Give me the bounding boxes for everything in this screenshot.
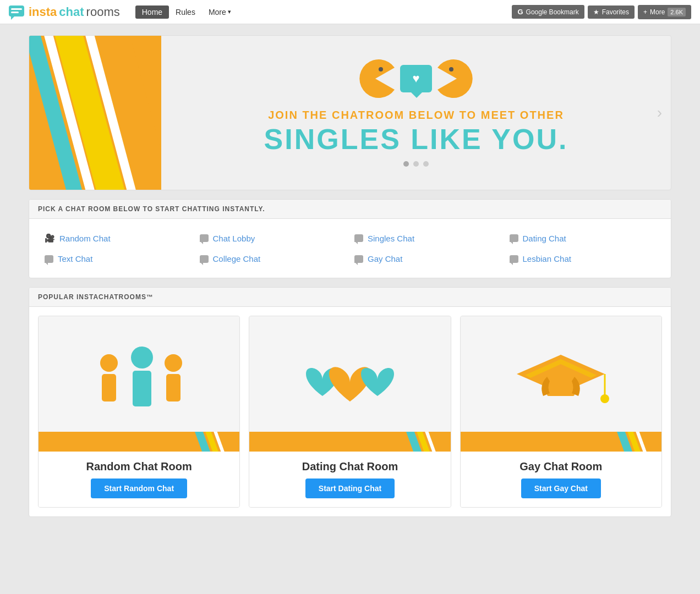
chat-bubble-icon-text bbox=[45, 255, 53, 263]
gay-illustration bbox=[506, 338, 616, 421]
nav-home[interactable]: Home bbox=[135, 6, 169, 19]
svg-point-5 bbox=[449, 67, 453, 72]
svg-rect-0 bbox=[9, 6, 24, 16]
banner-dot-3[interactable] bbox=[423, 161, 429, 167]
navbar-left: instachatrooms Home Rules More bbox=[9, 4, 238, 20]
nav-more[interactable]: More bbox=[202, 6, 238, 19]
card-dating: Dating Chat Room Start Dating Chat bbox=[249, 316, 451, 508]
chat-link-lobby[interactable]: Chat Lobby bbox=[213, 234, 255, 243]
banner-content: ♥ JOIN THE CHATROOM BELOW TO MEET OTHER … bbox=[161, 43, 671, 183]
favorites-label: Favorites bbox=[602, 8, 629, 16]
speech-bubble: ♥ bbox=[400, 65, 431, 92]
svg-rect-11 bbox=[166, 374, 181, 402]
card-random-title: Random Chat Room bbox=[47, 460, 231, 473]
svg-rect-9 bbox=[133, 371, 151, 406]
chat-item-random[interactable]: 🎥 Random Chat bbox=[40, 228, 195, 249]
svg-point-8 bbox=[131, 346, 153, 369]
chat-bubble-icon-gay bbox=[354, 255, 363, 263]
chat-item-gay[interactable]: Gay Chat bbox=[350, 249, 505, 269]
chat-bubble-icon-lesbian bbox=[510, 255, 518, 263]
google-bookmark-label: Google Bookmark bbox=[526, 8, 579, 16]
favorites-button[interactable]: ★ Favorites bbox=[588, 6, 635, 19]
nav-links: Home Rules More bbox=[135, 6, 238, 19]
chatrooms-grid: 🎥 Random Chat Chat Lobby Singles Chat Da… bbox=[29, 219, 671, 278]
more-count: 2.6K bbox=[668, 8, 686, 16]
star-icon: ★ bbox=[593, 8, 599, 16]
more-button[interactable]: + More 2.6K bbox=[638, 5, 691, 19]
chat-bubble-icon-singles bbox=[354, 234, 363, 242]
chatrooms-section: PICK A CHAT ROOM BELOW TO START CHATTING… bbox=[29, 199, 671, 278]
google-icon: G bbox=[517, 8, 523, 16]
navbar: instachatrooms Home Rules More G Google … bbox=[0, 0, 700, 24]
start-random-chat-button[interactable]: Start Random Chat bbox=[91, 479, 187, 498]
chat-item-lobby[interactable]: Chat Lobby bbox=[195, 228, 351, 249]
card-dating-bar bbox=[249, 432, 450, 452]
svg-point-10 bbox=[165, 354, 182, 372]
banner: ♥ JOIN THE CHATROOM BELOW TO MEET OTHER … bbox=[29, 35, 671, 190]
heart-icon: ♥ bbox=[412, 72, 419, 86]
video-icon: 🎥 bbox=[45, 233, 55, 243]
card-gay-bottom: Gay Chat Room Start Gay Chat bbox=[461, 452, 661, 507]
chat-link-dating[interactable]: Dating Chat bbox=[523, 234, 566, 243]
logo-insta: insta bbox=[29, 5, 57, 19]
banner-subtitle: JOIN THE CHATROOM BELOW TO MEET OTHER bbox=[268, 109, 564, 122]
svg-point-4 bbox=[379, 67, 383, 72]
more-btn-label: More bbox=[650, 8, 665, 16]
card-dating-bottom: Dating Chat Room Start Dating Chat bbox=[249, 452, 450, 507]
svg-marker-1 bbox=[11, 16, 14, 20]
card-random-bar bbox=[39, 432, 239, 452]
chat-item-dating[interactable]: Dating Chat bbox=[505, 228, 660, 249]
chat-link-text[interactable]: Text Chat bbox=[58, 254, 92, 263]
card-gay-title: Gay Chat Room bbox=[469, 460, 653, 473]
pacman-right-icon bbox=[438, 59, 476, 98]
logo[interactable]: instachatrooms bbox=[9, 4, 120, 20]
chat-link-college[interactable]: College Chat bbox=[213, 254, 261, 263]
dating-illustration bbox=[295, 338, 405, 421]
plus-icon: + bbox=[643, 8, 647, 16]
chat-link-singles[interactable]: Singles Chat bbox=[368, 234, 414, 243]
chat-link-gay[interactable]: Gay Chat bbox=[368, 254, 402, 263]
chat-link-random[interactable]: Random Chat bbox=[59, 234, 111, 243]
banner-dot-2[interactable] bbox=[413, 161, 419, 167]
nav-rules[interactable]: Rules bbox=[169, 6, 202, 19]
chat-link-lesbian[interactable]: Lesbian Chat bbox=[523, 254, 571, 263]
chat-bubble-icon-dating bbox=[510, 234, 518, 242]
banner-stripes bbox=[29, 36, 161, 190]
banner-next-arrow[interactable]: › bbox=[657, 104, 662, 122]
svg-point-15 bbox=[600, 394, 609, 403]
svg-rect-7 bbox=[102, 374, 116, 402]
popular-grid: Random Chat Room Start Random Chat bbox=[29, 307, 671, 516]
banner-dot-1[interactable] bbox=[403, 161, 409, 167]
svg-rect-2 bbox=[11, 8, 22, 10]
chat-item-lesbian[interactable]: Lesbian Chat bbox=[505, 249, 660, 269]
popular-section: POPULAR INSTACHATROOMS™ bbox=[29, 287, 671, 517]
card-random-top bbox=[39, 316, 239, 432]
svg-point-6 bbox=[100, 354, 118, 372]
chat-item-text[interactable]: Text Chat bbox=[40, 249, 195, 269]
card-gay: Gay Chat Room Start Gay Chat bbox=[460, 316, 662, 508]
card-random-bottom: Random Chat Room Start Random Chat bbox=[39, 452, 239, 507]
card-gay-bar bbox=[461, 432, 661, 452]
card-random: Random Chat Room Start Random Chat bbox=[38, 316, 240, 508]
navbar-right: G Google Bookmark ★ Favorites + More 2.6… bbox=[512, 5, 691, 19]
banner-illustration: ♥ bbox=[356, 59, 475, 98]
chat-bubble-icon-college bbox=[200, 255, 209, 263]
card-gay-top bbox=[461, 316, 661, 432]
svg-rect-13 bbox=[547, 374, 575, 396]
banner-title: SINGLES LIKE YOU. bbox=[264, 125, 568, 153]
svg-rect-3 bbox=[11, 12, 19, 13]
banner-dots bbox=[403, 161, 429, 167]
pacman-left-icon bbox=[356, 59, 395, 98]
main-content: ♥ JOIN THE CHATROOM BELOW TO MEET OTHER … bbox=[20, 35, 680, 517]
google-bookmark-button[interactable]: G Google Bookmark bbox=[512, 5, 584, 19]
card-dating-top bbox=[249, 316, 450, 432]
chat-item-singles[interactable]: Singles Chat bbox=[350, 228, 505, 249]
chat-item-college[interactable]: College Chat bbox=[195, 249, 351, 269]
start-gay-chat-button[interactable]: Start Gay Chat bbox=[521, 479, 601, 498]
chatrooms-section-header: PICK A CHAT ROOM BELOW TO START CHATTING… bbox=[29, 200, 671, 219]
chat-bubble-icon bbox=[200, 234, 209, 242]
logo-rooms: rooms bbox=[86, 5, 120, 19]
start-dating-chat-button[interactable]: Start Dating Chat bbox=[305, 479, 395, 498]
random-illustration bbox=[84, 338, 194, 421]
popular-section-header: POPULAR INSTACHATROOMS™ bbox=[29, 288, 671, 307]
